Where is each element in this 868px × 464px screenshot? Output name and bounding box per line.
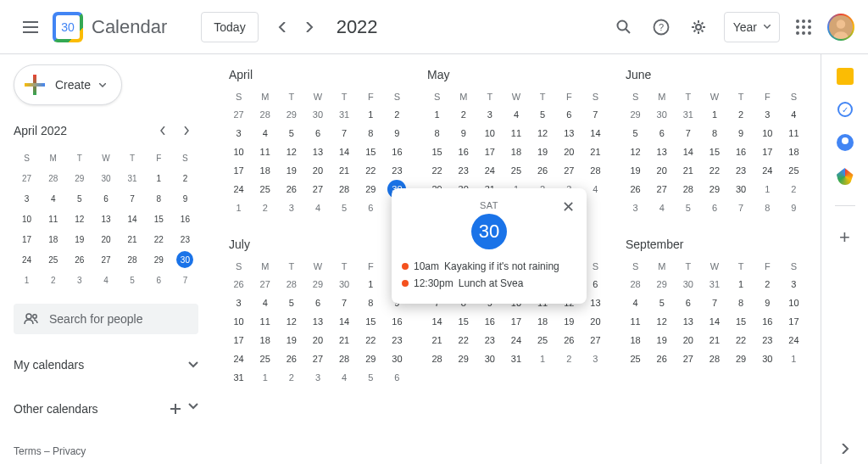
month-name-label[interactable]: May xyxy=(424,68,609,81)
calendar-day[interactable]: 30 xyxy=(92,168,119,188)
calendar-day[interactable]: 4 xyxy=(40,188,66,209)
event-item[interactable]: 12:30pmLunch at Svea xyxy=(402,275,576,292)
calendar-day[interactable]: 3 xyxy=(278,198,304,217)
calendar-day[interactable]: 26 xyxy=(66,249,92,270)
calendar-day[interactable]: 27 xyxy=(304,180,331,198)
calendar-day[interactable]: 25 xyxy=(530,331,556,349)
calendar-day[interactable]: 13 xyxy=(92,209,119,229)
calendar-day[interactable]: 22 xyxy=(146,229,172,249)
calendar-day[interactable]: 1 xyxy=(781,349,807,368)
calendar-day[interactable]: 17 xyxy=(225,161,252,180)
calendar-day[interactable]: 29 xyxy=(304,275,331,293)
calendar-day[interactable]: 30 xyxy=(476,349,503,368)
calendar-day[interactable]: 26 xyxy=(278,180,304,198)
main-menu-button[interactable] xyxy=(14,10,47,44)
calendar-day[interactable]: 27 xyxy=(648,180,675,198)
calendar-day[interactable]: 20 xyxy=(648,161,675,180)
calendar-day[interactable]: 20 xyxy=(582,312,609,331)
calendar-day[interactable]: 6 xyxy=(92,188,119,209)
calendar-day[interactable]: 20 xyxy=(675,331,701,349)
popup-date-circle[interactable]: 30 xyxy=(471,214,507,249)
calendar-day[interactable]: 5 xyxy=(278,293,304,312)
calendar-day[interactable]: 7 xyxy=(172,270,198,290)
calendar-day[interactable]: 12 xyxy=(278,143,304,161)
calendar-day[interactable]: 17 xyxy=(754,143,781,161)
calendar-day[interactable]: 2 xyxy=(40,270,66,290)
calendar-day[interactable]: 30 xyxy=(331,275,358,293)
calendar-day[interactable]: 12 xyxy=(648,312,675,331)
calendar-day[interactable]: 27 xyxy=(582,331,609,349)
calendar-day[interactable]: 14 xyxy=(582,124,609,143)
calendar-day[interactable]: 6 xyxy=(358,198,384,217)
calendar-day[interactable]: 7 xyxy=(675,124,701,143)
calendar-day[interactable]: 7 xyxy=(120,188,146,209)
calendar-day[interactable]: 21 xyxy=(675,161,701,180)
calendar-day[interactable]: 11 xyxy=(503,124,529,143)
calendar-day[interactable]: 18 xyxy=(252,161,278,180)
calendar-day[interactable]: 4 xyxy=(92,270,119,290)
calendar-day[interactable]: 6 xyxy=(556,105,582,124)
calendar-day[interactable]: 1 xyxy=(728,275,754,293)
calendar-day[interactable]: 9 xyxy=(781,198,807,217)
calendar-day[interactable]: 27 xyxy=(304,349,331,368)
calendar-day[interactable]: 23 xyxy=(754,331,781,349)
calendar-day[interactable]: 3 xyxy=(754,105,781,124)
calendar-day[interactable]: 30 xyxy=(675,275,701,293)
calendar-day[interactable]: 13 xyxy=(648,143,675,161)
add-calendar-button[interactable] xyxy=(170,403,181,415)
calendar-day[interactable]: 26 xyxy=(622,180,648,198)
calendar-day[interactable]: 6 xyxy=(304,293,331,312)
calendar-day[interactable]: 5 xyxy=(358,368,384,387)
calendar-day[interactable]: 19 xyxy=(278,161,304,180)
calendar-day[interactable]: 16 xyxy=(450,143,476,161)
calendar-day[interactable]: 14 xyxy=(331,312,358,331)
calendar-day[interactable]: 13 xyxy=(556,124,582,143)
calendar-day[interactable]: 30 xyxy=(728,180,754,198)
calendar-day[interactable]: 3 xyxy=(622,198,648,217)
calendar-day[interactable]: 21 xyxy=(701,331,727,349)
calendar-day[interactable]: 18 xyxy=(40,229,66,249)
calendar-day[interactable]: 17 xyxy=(503,312,529,331)
calendar-day[interactable]: 15 xyxy=(146,209,172,229)
calendar-day[interactable]: 17 xyxy=(781,312,807,331)
calendar-day[interactable]: 25 xyxy=(503,161,529,180)
calendar-day[interactable]: 24 xyxy=(225,349,252,368)
next-period-button[interactable] xyxy=(296,14,323,41)
calendar-day[interactable]: 20 xyxy=(556,143,582,161)
prev-period-button[interactable] xyxy=(269,14,296,41)
calendar-day[interactable]: 18 xyxy=(530,312,556,331)
search-people-input[interactable]: Search for people xyxy=(14,304,198,334)
calendar-day[interactable]: 29 xyxy=(146,249,172,270)
calendar-day[interactable]: 28 xyxy=(675,180,701,198)
calendar-day[interactable]: 29 xyxy=(728,349,754,368)
calendar-day[interactable]: 5 xyxy=(530,105,556,124)
calendar-day[interactable]: 24 xyxy=(225,180,252,198)
calendar-day[interactable]: 14 xyxy=(120,209,146,229)
calendar-day[interactable]: 13 xyxy=(304,143,331,161)
calendar-day[interactable]: 1 xyxy=(358,275,384,293)
calendar-day[interactable]: 4 xyxy=(252,293,278,312)
calendar-day[interactable]: 29 xyxy=(622,105,648,124)
calendar-day[interactable]: 11 xyxy=(252,143,278,161)
calendar-day[interactable]: 1 xyxy=(754,180,781,198)
calendar-day[interactable]: 5 xyxy=(331,198,358,217)
mini-next-month-button[interactable] xyxy=(175,119,198,143)
calendar-day[interactable]: 12 xyxy=(278,312,304,331)
calendar-day[interactable]: 6 xyxy=(146,270,172,290)
calendar-day[interactable]: 10 xyxy=(754,124,781,143)
tasks-icon[interactable] xyxy=(837,102,853,117)
calendar-day[interactable]: 10 xyxy=(476,124,503,143)
calendar-day[interactable]: 9 xyxy=(384,124,410,143)
get-addons-button[interactable]: + xyxy=(839,226,850,249)
calendar-day[interactable]: 18 xyxy=(503,143,529,161)
calendar-day[interactable]: 16 xyxy=(384,143,410,161)
calendar-day[interactable]: 3 xyxy=(225,124,252,143)
calendar-day[interactable]: 11 xyxy=(252,312,278,331)
calendar-day[interactable]: 15 xyxy=(424,143,450,161)
calendar-day[interactable]: 26 xyxy=(278,349,304,368)
calendar-day[interactable]: 1 xyxy=(225,198,252,217)
calendar-day[interactable]: 27 xyxy=(92,249,119,270)
calendar-day[interactable]: 28 xyxy=(252,105,278,124)
calendar-day[interactable]: 30 xyxy=(172,249,198,270)
calendar-day[interactable]: 24 xyxy=(754,161,781,180)
